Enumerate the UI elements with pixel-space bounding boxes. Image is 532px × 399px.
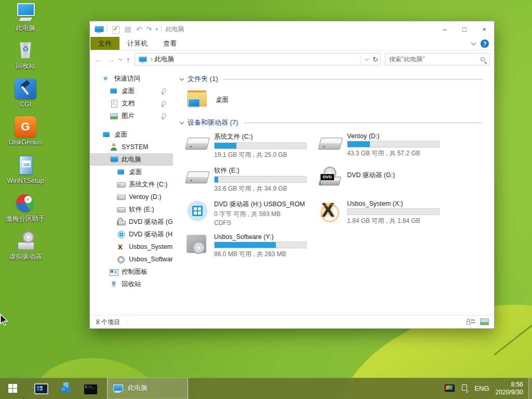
large-icons-view-button[interactable]	[480, 318, 489, 325]
folder-name: 桌面	[216, 96, 229, 104]
close-button[interactable]: ×	[474, 21, 494, 37]
minimize-button[interactable]: –	[435, 21, 455, 37]
drive-tile[interactable]: DVD 驱动器 (H:) USBOS_ROM 0 字节 可用 , 共 593 M…	[185, 200, 317, 227]
nav-tree-item[interactable]: 此电脑	[90, 153, 173, 166]
nav-item-label: Ventoy (D:)	[129, 193, 162, 201]
drive-name: 软件 (E:)	[214, 166, 307, 175]
search-box[interactable]	[385, 53, 490, 65]
hdd-icon	[185, 132, 209, 154]
user-icon	[110, 143, 118, 151]
folder-tile[interactable]: 桌面	[185, 89, 305, 111]
collapse-chevron-icon[interactable]	[180, 119, 184, 124]
nav-item-label: 回收站	[122, 280, 141, 289]
address-bar[interactable]: 此电脑 ↻	[135, 53, 381, 65]
help-button[interactable]: ?	[481, 39, 489, 48]
window-controls: – □ ×	[435, 21, 494, 37]
recycle-bin-icon	[15, 40, 36, 61]
recent-locations-dropdown[interactable]	[118, 57, 123, 61]
nav-tree-item[interactable]: 桌面	[90, 85, 173, 97]
refresh-button[interactable]: ↻	[373, 56, 378, 63]
nav-tree-item[interactable]: Ventoy (D:)	[90, 191, 173, 203]
tab-view[interactable]: 查看	[155, 37, 184, 50]
nav-tree-item[interactable]: Usbos_Software	[90, 253, 173, 265]
drive-tile[interactable]: Ventoy (D:) 43.3 GB 可用 , 共 57.2 GB	[318, 132, 450, 159]
nav-tree-item[interactable]: SYSTEM	[90, 141, 173, 153]
drive-name: Usbos_System (X:)	[347, 200, 440, 207]
search-input[interactable]	[389, 56, 481, 63]
back-button[interactable]: ←	[95, 55, 103, 64]
disc-drive-icon	[117, 256, 125, 263]
nav-item-label: Usbos_System (X:)	[129, 243, 173, 250]
desktop-icon-winntsetup[interactable]: WinNTSetup	[3, 155, 48, 184]
up-button[interactable]: ↑	[126, 55, 130, 64]
show-desktop-button[interactable]	[528, 378, 532, 399]
pe-tool-icon[interactable]	[58, 381, 73, 396]
nav-tree-item[interactable]: 桌面	[90, 128, 173, 141]
nav-tree-item[interactable]: DVD 驱动器 (G:)	[90, 216, 173, 228]
group-header-folders[interactable]: 文件夹 (1)	[180, 74, 494, 84]
tab-computer[interactable]: 计算机	[119, 37, 155, 50]
desktop-icon-partition-assistant[interactable]: 傲梅分区助手	[3, 193, 48, 222]
desktop-icon-diskgenius[interactable]: DiskGenius	[3, 116, 48, 146]
desktop-icon-cgi[interactable]: CGI	[3, 78, 48, 108]
nav-tree-item[interactable]: Usbos_System (X:)	[90, 241, 173, 253]
maximize-button[interactable]: □	[455, 21, 474, 37]
collapse-chevron-icon[interactable]	[180, 76, 184, 80]
nav-tree-item[interactable]: 回收站	[90, 278, 173, 290]
command-prompt-icon[interactable]	[83, 381, 98, 396]
nav-item-label: 系统文件 (C:)	[129, 180, 167, 189]
task-button-this-pc[interactable]: 此电脑	[107, 378, 188, 399]
nav-tree-item[interactable]: 图片	[90, 110, 173, 122]
drive-free-space: 19.1 GB 可用 , 共 25.0 GB	[214, 151, 307, 159]
desktop-icon	[110, 87, 118, 95]
redo-button[interactable]: ↷	[146, 25, 152, 33]
nav-tree-item[interactable]: DVD 驱动器 (H:)	[90, 228, 173, 241]
tab-file[interactable]: 文件	[90, 37, 119, 50]
language-indicator[interactable]: ENG	[474, 384, 489, 392]
address-dropdown-chevron[interactable]	[365, 57, 369, 61]
remote-desktop-tool-icon[interactable]	[33, 381, 48, 396]
new-folder-button[interactable]	[124, 25, 132, 33]
customize-toolbar-dropdown[interactable]: ▾	[155, 27, 157, 32]
drive-name: Usbos_Software (Y:)	[214, 233, 307, 241]
drive-tile[interactable]: 软件 (E:) 33.6 GB 可用 , 共 34.9 GB	[185, 166, 317, 193]
drive-name: 系统文件 (C:)	[214, 132, 307, 141]
nav-tree-item[interactable]: 文档	[90, 97, 173, 110]
group-label: 设备和驱动器 (7)	[188, 118, 238, 127]
nav-tree-item[interactable]: 软件 (E:)	[90, 203, 173, 216]
capacity-bar-fill	[215, 177, 218, 182]
item-count: 8 个项目	[95, 318, 127, 326]
hdd-icon	[117, 181, 125, 189]
breadcrumb[interactable]: 此电脑	[155, 55, 175, 64]
display-color-tray-icon[interactable]	[445, 384, 455, 392]
clock[interactable]: 8:56 2020/9/30	[496, 381, 525, 396]
nav-tree-item[interactable]: 桌面	[90, 166, 173, 178]
nav-tree-item[interactable]: 系统文件 (C:)	[90, 178, 173, 191]
nav-item-label: 图片	[122, 112, 135, 121]
drive-tile[interactable]: Usbos_Software (Y:) 86.0 MB 可用 , 共 263 M…	[185, 233, 317, 259]
nav-item-label: 桌面	[129, 168, 142, 177]
drive-tile[interactable]: Usbos_System (X:) 1.84 GB 可用 , 共 1.84 GB	[318, 200, 450, 227]
ribbon-collapse-chevron-icon[interactable]	[471, 40, 476, 45]
desktop-icon-recycle-bin[interactable]: 回收站	[3, 40, 48, 70]
nav-item-label: 桌面	[114, 130, 127, 139]
undo-button[interactable]: ↶	[136, 25, 142, 33]
nav-tree-item[interactable]: 快速访问	[90, 72, 173, 85]
taskbar-pinned-icons	[25, 378, 106, 399]
capacity-bar-fill	[215, 242, 276, 248]
desktop-icon-this-pc[interactable]: 此电脑	[3, 2, 48, 32]
forward-button[interactable]: →	[107, 55, 115, 64]
drive-tile[interactable]: 系统文件 (C:) 19.1 GB 可用 , 共 25.0 GB	[185, 132, 317, 159]
safely-remove-usb-icon[interactable]	[461, 384, 468, 393]
desktop-icon-virtual-drive[interactable]: 虚拟驱动器	[3, 231, 48, 260]
group-header-devices[interactable]: 设备和驱动器 (7)	[180, 118, 494, 127]
start-button[interactable]	[0, 378, 25, 399]
drive-tile[interactable]: DVD 驱动器 (G:)	[318, 166, 450, 193]
winntsetup-icon	[15, 155, 36, 176]
details-view-button[interactable]	[467, 318, 475, 325]
properties-button[interactable]	[111, 25, 120, 33]
nav-tree-item[interactable]: 控制面板	[90, 265, 173, 278]
taskbar: 此电脑 ENG 8:56 2020/9/30	[0, 378, 532, 399]
nav-item-label: 桌面	[122, 87, 135, 96]
this-pc-icon	[138, 56, 146, 63]
